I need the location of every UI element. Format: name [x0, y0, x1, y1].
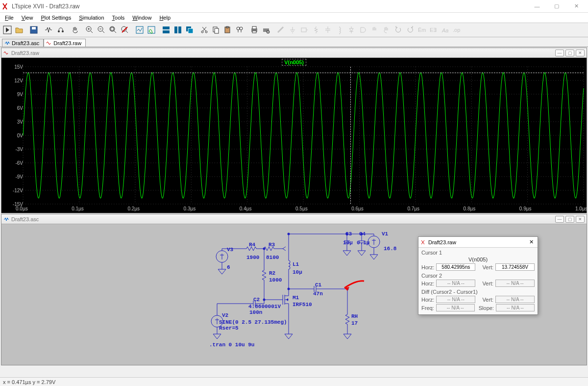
- y-tick-label[interactable]: 12V: [3, 78, 23, 83]
- close-button[interactable]: ✕: [566, 0, 586, 12]
- x-tick-label[interactable]: 0.9µs: [519, 206, 532, 211]
- label-c4[interactable]: C4: [359, 231, 366, 237]
- y-tick-label[interactable]: -12V: [3, 188, 23, 193]
- x-tick-label[interactable]: 0.6µs: [351, 206, 364, 211]
- schematic-canvas[interactable]: V1 16.8 V3 6 R4 1900 R3 8100 R2 1000 L1 …: [1, 224, 587, 365]
- menu-window[interactable]: Window: [129, 14, 154, 22]
- cursor1-vert-value[interactable]: 13.724558V: [495, 263, 535, 271]
- label-r4[interactable]: R4: [249, 242, 255, 248]
- mirror-icon[interactable]: E∃: [428, 25, 439, 35]
- open-button[interactable]: [14, 25, 24, 35]
- value-v2-rser[interactable]: Rser=5: [219, 325, 239, 331]
- y-tick-label[interactable]: -3V: [3, 147, 23, 152]
- cursor1-horz-value[interactable]: 580.42995ns: [436, 263, 475, 271]
- label-r3[interactable]: R3: [269, 242, 275, 248]
- value-r2[interactable]: 1000: [269, 277, 282, 283]
- x-tick-label[interactable]: 1.0µs: [575, 206, 588, 211]
- menu-view[interactable]: View: [19, 14, 36, 22]
- tile-h-button[interactable]: [161, 25, 172, 35]
- x-tick-label[interactable]: 0.7µs: [407, 206, 419, 211]
- capacitor-icon[interactable]: [322, 25, 333, 35]
- value-v2-spec[interactable]: SINE(0 2.5 27.135meg): [219, 319, 287, 325]
- menu-plot-settings[interactable]: Plot Settings: [38, 14, 74, 22]
- label-c3[interactable]: C3: [345, 231, 352, 237]
- plot-sub-title-bar[interactable]: Draft23.raw — ▢ ✕: [1, 48, 587, 58]
- label-net-icon[interactable]: [299, 25, 310, 35]
- text-icon[interactable]: Aa: [440, 25, 451, 35]
- cut-button[interactable]: [199, 25, 210, 35]
- value-c2[interactable]: 100n: [249, 309, 262, 315]
- minimize-button[interactable]: —: [527, 0, 547, 12]
- y-tick-label[interactable]: 9V: [3, 92, 23, 97]
- value-v1[interactable]: 16.8: [384, 246, 396, 252]
- run-button[interactable]: [2, 25, 13, 35]
- x-tick-label[interactable]: 0.5µs: [295, 206, 308, 211]
- sub-maximize-button[interactable]: ▢: [565, 216, 574, 223]
- print-setup-button[interactable]: [261, 25, 271, 35]
- maximize-button[interactable]: ▢: [547, 0, 566, 12]
- print-button[interactable]: [249, 25, 260, 35]
- cursor-panel-close-button[interactable]: ✕: [527, 239, 536, 245]
- value-l1[interactable]: 10µ: [293, 269, 302, 275]
- draw-wire-icon[interactable]: [275, 25, 286, 35]
- plot-cursor-line[interactable]: [350, 67, 351, 204]
- sub-minimize-button[interactable]: —: [555, 50, 564, 56]
- redo-icon[interactable]: [405, 25, 416, 35]
- x-tick-label[interactable]: 0.4µs: [240, 206, 252, 211]
- zoom-out-button[interactable]: [96, 25, 107, 35]
- cursor-info-panel[interactable]: Draft23.raw ✕ Cursor 1 V(n005) Horz: 580…: [418, 236, 538, 315]
- cursor2-vert-value[interactable]: -- N/A --: [495, 280, 535, 287]
- sub-minimize-button[interactable]: —: [555, 216, 564, 223]
- x-tick-label[interactable]: 0.0µs: [16, 206, 28, 211]
- sub-close-button[interactable]: ✕: [576, 50, 585, 56]
- cursor-panel-title-bar[interactable]: Draft23.raw ✕: [418, 237, 538, 248]
- drag-icon[interactable]: [381, 25, 392, 35]
- y-tick-label[interactable]: 3V: [3, 119, 23, 125]
- copy-button[interactable]: [211, 25, 221, 35]
- tab-schematic[interactable]: Draft23.asc: [2, 39, 44, 47]
- value-c3[interactable]: 10µ: [343, 240, 353, 246]
- sub-maximize-button[interactable]: ▢: [565, 50, 574, 56]
- value-rh[interactable]: 17: [351, 320, 358, 326]
- undo-icon[interactable]: [393, 25, 404, 35]
- label-l1[interactable]: L1: [293, 261, 299, 267]
- paste-button[interactable]: [222, 25, 233, 35]
- add-trace-button[interactable]: [146, 25, 157, 35]
- autoscale-button[interactable]: [134, 25, 145, 35]
- sub-close-button[interactable]: ✕: [576, 216, 585, 223]
- label-r2[interactable]: R2: [269, 270, 275, 276]
- label-v3[interactable]: V3: [227, 247, 233, 253]
- label-v2[interactable]: V2: [222, 312, 228, 318]
- zoom-fit-button[interactable]: [108, 25, 119, 35]
- inductor-icon[interactable]: [334, 25, 345, 35]
- cascade-button[interactable]: [184, 25, 195, 35]
- tab-waveform[interactable]: Draft23.raw: [44, 39, 86, 47]
- value-c1[interactable]: 47n: [313, 291, 323, 297]
- x-tick-label[interactable]: 0.3µs: [184, 206, 196, 211]
- value-v3[interactable]: 6: [227, 264, 230, 270]
- zoom-disable-button[interactable]: [120, 25, 130, 35]
- value-c2-overlay[interactable]: 4.8600001V: [248, 304, 281, 309]
- value-c4[interactable]: 0.1µ: [357, 240, 369, 246]
- find-button[interactable]: [234, 25, 245, 35]
- value-r4[interactable]: 1900: [246, 255, 259, 260]
- x-tick-label[interactable]: 0.1µs: [72, 206, 84, 211]
- spice-dir-icon[interactable]: .op: [452, 25, 463, 35]
- label-c1[interactable]: C1: [315, 282, 321, 288]
- y-tick-label[interactable]: -9V: [3, 174, 23, 180]
- rotate-icon[interactable]: Ēm: [416, 25, 427, 35]
- comp-d-icon[interactable]: [358, 25, 368, 35]
- run-sim-icon[interactable]: [55, 25, 66, 35]
- label-m1[interactable]: M1: [293, 295, 299, 301]
- tile-v-button[interactable]: [172, 25, 183, 35]
- waveform-plot[interactable]: V(n005) 15V12V9V6V3V0V-3V-6V-9V-12V-15V …: [1, 58, 587, 213]
- cursor2-horz-value[interactable]: -- N/A --: [436, 280, 475, 287]
- y-tick-label[interactable]: 15V: [3, 64, 23, 70]
- menu-file[interactable]: File: [2, 14, 17, 22]
- menu-simulation[interactable]: Simulation: [76, 14, 107, 22]
- save-button[interactable]: [28, 25, 39, 35]
- label-c2[interactable]: C2: [253, 297, 260, 303]
- move-icon[interactable]: [369, 25, 380, 35]
- value-r3[interactable]: 8100: [266, 255, 279, 260]
- label-rh[interactable]: RH: [351, 313, 358, 319]
